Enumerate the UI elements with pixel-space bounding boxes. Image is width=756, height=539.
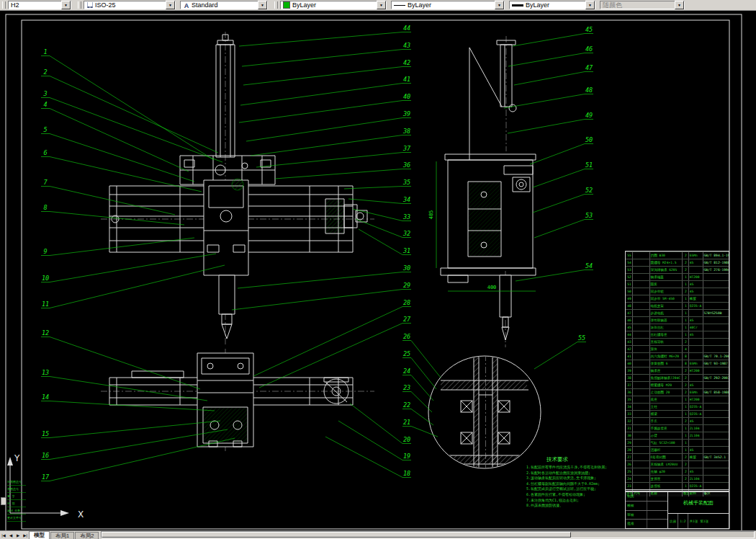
parts-table-row: 29气缸 SC32×1001 xyxy=(626,439,729,446)
linetype-combo[interactable]: ByLayer ▼ xyxy=(391,1,505,9)
svg-text:55: 55 xyxy=(578,334,585,342)
horizontal-scrollbar-thumb[interactable] xyxy=(102,532,571,538)
parts-table-row: 34立柱1Q235-A xyxy=(626,403,729,410)
lineweight-combo-arrow-icon[interactable]: ▼ xyxy=(585,1,595,9)
layer-combo-value: H2 xyxy=(11,1,61,9)
tab-nav-button[interactable]: |◀ xyxy=(0,533,7,538)
svg-text:23: 23 xyxy=(403,384,410,391)
svg-text:34: 34 xyxy=(402,196,410,203)
parts-table-row: 41内六角螺钉 M6×208GB/T 70.1-2008 xyxy=(626,352,729,360)
parts-table-row: 48电机支架1Q235-A xyxy=(626,302,729,309)
svg-text:1: 1 xyxy=(43,48,47,55)
note-line: 6.各紧固件应拧紧,不得有松动现象; xyxy=(526,492,623,498)
tab-布局1[interactable]: 布局1 xyxy=(50,532,74,539)
svg-text:47: 47 xyxy=(585,64,593,71)
callouts-layer: 1234567891011121314151617444342414039383… xyxy=(41,24,593,481)
svg-text:5: 5 xyxy=(43,126,47,133)
svg-text:22: 22 xyxy=(403,401,410,409)
toolbar: H2 ▼ ISO-25 ▼ A Standard ▼ ByLayer ▼ ByL… xyxy=(0,0,756,11)
note-line: 4.丝杠螺母副装配后轴向间隙不大于0.02mm; xyxy=(526,481,623,487)
tab-模型[interactable]: 模型 xyxy=(29,531,50,539)
toolbar-grip[interactable] xyxy=(2,1,6,9)
parts-table-row: 36止动垫圈 20265MnGB/T 858-1988 xyxy=(626,388,729,396)
horizontal-scrollbar[interactable] xyxy=(101,531,755,538)
parts-table-row: 49同步带 5M-4501橡胶 xyxy=(626,295,729,302)
tab-nav-button[interactable]: ▶| xyxy=(22,533,29,538)
parts-table-row: 54圆螺母 M24×1.5245GB/T 812-1988 xyxy=(626,259,729,266)
svg-text:38: 38 xyxy=(402,128,410,135)
dimstyle-combo-value: ISO-25 xyxy=(95,1,166,9)
notes-title: 技术要求 xyxy=(526,456,623,463)
svg-text:41: 41 xyxy=(403,76,410,83)
parts-table-row: 47步进电机157BYG250B xyxy=(626,309,729,316)
parts-table-row: 50同步带轮245 xyxy=(626,288,729,295)
parts-table-row: 55挡圈 B30265MnGB/T 894.1-1986 xyxy=(626,251,729,259)
tab-布局2[interactable]: 布局2 xyxy=(75,532,99,539)
parts-table-row: 44丝杠螺母座145 xyxy=(626,331,729,338)
layer-combo-arrow-icon[interactable]: ▼ xyxy=(61,1,71,9)
svg-text:27: 27 xyxy=(403,316,411,323)
margin-line: 日 期 xyxy=(7,500,26,507)
svg-text:A: A xyxy=(184,2,189,9)
tab-nav-button[interactable]: ◀ xyxy=(7,533,14,538)
toolbar-grip[interactable] xyxy=(274,1,278,9)
scale-value: 1:2 xyxy=(678,514,688,528)
tab-nav-button[interactable]: ▶ xyxy=(14,533,22,538)
dimstyle-combo-arrow-icon[interactable]: ▼ xyxy=(166,1,175,9)
parts-table-row: 26直线轴承 LM20UU2 xyxy=(626,460,729,468)
note-line: 1.装配前所有零件均应清洗干净,不得有毛刺铁屑; xyxy=(526,465,623,471)
svg-text:15: 15 xyxy=(42,430,49,437)
side-view xyxy=(441,36,536,347)
margin-line: 签 字 xyxy=(7,493,26,500)
parts-table-row: 45滚珠丝杠140Cr xyxy=(626,324,729,331)
parts-table-row: 39轴承座2HT200 xyxy=(626,367,729,374)
svg-text:52: 52 xyxy=(585,187,593,194)
textstyle-combo-arrow-icon[interactable]: ▼ xyxy=(258,1,267,9)
parts-table-row: 52轴承端盖1HT200 xyxy=(626,273,729,280)
parts-table-row: 30小臂1ZL104 xyxy=(626,432,729,439)
svg-text:9: 9 xyxy=(43,248,47,255)
margin-line: 更改文件号 xyxy=(7,514,26,522)
notes-lines: 1.装配前所有零件均应清洗干净,不得有毛刺铁屑;2.装配时各运动件配合面应涂润滑… xyxy=(526,465,623,509)
color-combo-arrow-icon[interactable]: ▼ xyxy=(377,1,386,9)
svg-text:35: 35 xyxy=(402,179,410,186)
note-line: 5.装配完成后进行空载试运转,运行应平稳; xyxy=(526,486,623,492)
parts-table-row: 28活塞杆145 xyxy=(626,446,729,453)
ucs-x-label: X xyxy=(78,509,84,520)
svg-text:54: 54 xyxy=(585,262,593,270)
parts-table-row: 31手腕连接座1ZL104 xyxy=(626,424,729,432)
toolbar-grip[interactable] xyxy=(78,1,81,9)
parts-table-row: 37锁紧螺母 M20245 xyxy=(626,381,729,388)
bottom-view xyxy=(101,349,374,451)
svg-text:46: 46 xyxy=(585,45,593,53)
linetype-combo-arrow-icon[interactable]: ▼ xyxy=(495,1,504,9)
svg-text:12: 12 xyxy=(42,329,49,337)
plotstyle-combo-arrow-icon: ▼ xyxy=(675,1,684,9)
dimstyle-combo[interactable]: ISO-25 ▼ xyxy=(84,1,176,9)
linetype-icon xyxy=(394,5,405,6)
svg-text:14: 14 xyxy=(42,393,49,401)
textstyle-icon: A xyxy=(183,1,190,9)
note-line: 7.未注倒角均为C1,锐边去毛刺; xyxy=(526,498,623,504)
note-line: 8.外露表面涂防锈漆。 xyxy=(526,503,623,509)
svg-text:19: 19 xyxy=(403,453,410,460)
svg-text:485: 485 xyxy=(428,210,434,220)
svg-text:17: 17 xyxy=(42,473,50,481)
svg-text:44: 44 xyxy=(403,24,410,32)
svg-text:51: 51 xyxy=(585,161,593,169)
svg-text:2: 2 xyxy=(43,68,47,76)
note-line: 3.滚动轴承装配后应转动灵活,无卡滞现象; xyxy=(526,476,623,481)
layer-combo[interactable]: H2 ▼ xyxy=(8,1,71,9)
command-dock-grip[interactable] xyxy=(1,497,6,505)
tab-bar: |◀◀▶▶| 模型布局1布局2 xyxy=(0,530,756,539)
lineweight-combo[interactable]: ByLayer ▼ xyxy=(509,1,595,9)
textstyle-combo[interactable]: A Standard ▼ xyxy=(180,1,268,9)
linetype-combo-value: ByLayer xyxy=(408,1,495,9)
svg-text:24: 24 xyxy=(403,368,410,375)
color-combo[interactable]: ByLayer ▼ xyxy=(280,1,387,9)
svg-text:40: 40 xyxy=(403,93,410,100)
title-block: 制图校核审核批准 机械手装配图 比例 1:2 共1张 第1张 xyxy=(625,491,729,529)
svg-text:6: 6 xyxy=(43,149,47,156)
svg-text:400: 400 xyxy=(487,285,497,290)
svg-text:48: 48 xyxy=(585,86,593,94)
